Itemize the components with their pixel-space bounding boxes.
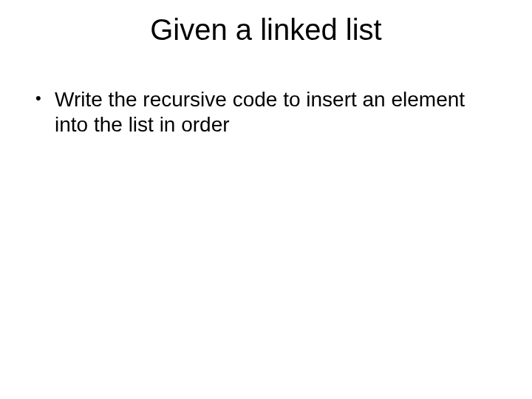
slide-body: • Write the recursive code to insert an … <box>35 87 497 137</box>
slide: Given a linked list • Write the recursiv… <box>0 0 532 399</box>
bullet-text: Write the recursive code to insert an el… <box>55 87 497 137</box>
list-item: • Write the recursive code to insert an … <box>35 87 497 137</box>
bullet-marker: • <box>35 87 55 108</box>
slide-title: Given a linked list <box>0 13 532 47</box>
